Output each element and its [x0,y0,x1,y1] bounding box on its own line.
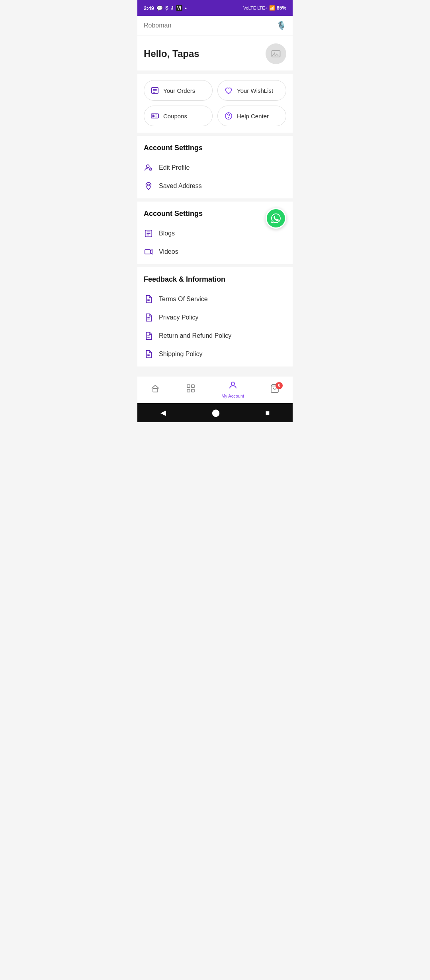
shipping-label: Shipping Policy [159,351,202,358]
spacer [137,370,293,376]
blogs-item[interactable]: Blogs [144,224,286,243]
account-icon [228,380,238,392]
location-icon [144,182,153,190]
categories-icon [186,384,195,396]
svg-rect-30 [187,385,190,388]
svg-point-34 [231,382,235,385]
privacy-item[interactable]: Privacy Policy [144,308,286,327]
svg-point-13 [147,165,149,168]
terms-label: Terms Of Service [159,296,208,303]
account-settings-title: Account Settings [144,144,286,152]
edit-profile-icon [144,163,153,172]
coupons-icon [150,112,159,120]
status-bar-right: VoLTE LTE+ 📶 85% [243,5,286,11]
videos-item[interactable]: Videos [144,243,286,261]
svg-point-7 [152,115,153,116]
vi-icon: VI [176,5,182,11]
edit-profile-item[interactable]: Edit Profile [144,159,286,177]
svg-rect-32 [187,389,190,392]
wishlist-button[interactable]: Your WishList [217,80,286,101]
svg-rect-6 [151,114,158,118]
shipping-icon [144,350,153,359]
nav-home[interactable] [150,384,160,396]
chat-icon: 💬 [156,5,163,11]
svg-point-12 [228,118,229,118]
nav-categories[interactable] [186,384,195,396]
main-content: Hello, Tapas Your Orders [137,35,293,376]
refund-label: Return and Refund Policy [159,332,231,339]
wishlist-icon [224,86,233,95]
refund-icon [144,331,153,340]
j-icon: J [171,5,174,11]
home-button[interactable]: ⬤ [212,408,220,417]
status-bar: 2:49 💬 Ș J VI • VoLTE LTE+ 📶 85% [137,0,293,16]
bottom-nav: My Account 0 [137,376,293,403]
your-orders-button[interactable]: Your Orders [144,80,213,101]
terms-icon [144,295,153,304]
saved-address-item[interactable]: Saved Address [144,177,286,195]
status-bar-left: 2:49 💬 Ș J VI • [144,5,187,11]
videos-label: Videos [159,248,178,255]
content-section: Account Settings Blogs Videos [137,202,293,264]
feedback-title: Feedback & Information [144,275,286,284]
android-nav-bar: ◀ ⬤ ■ [137,403,293,422]
cart-icon-wrap: 0 [270,384,280,396]
privacy-label: Privacy Policy [159,314,199,321]
s-icon: Ș [165,5,168,11]
mic-icon[interactable]: 🎙️ [276,21,286,30]
orders-label: Your Orders [163,87,195,94]
nav-account-label: My Account [221,394,244,398]
help-label: Help Center [237,113,269,120]
svg-point-8 [152,116,153,117]
saved-address-label: Saved Address [159,182,202,190]
svg-rect-31 [192,385,194,388]
privacy-icon [144,313,153,322]
refund-item[interactable]: Return and Refund Policy [144,327,286,345]
svg-point-15 [148,184,150,186]
recents-button[interactable]: ■ [266,409,270,417]
search-bar: 🎙️ [137,16,293,35]
account-settings-section: Account Settings Edit Profile Sav [137,136,293,198]
edit-profile-label: Edit Profile [159,164,190,171]
back-button[interactable]: ◀ [160,408,166,417]
greeting-text: Hello, Tapas [144,48,199,59]
svg-rect-0 [272,51,280,57]
avatar[interactable] [266,43,286,64]
quick-actions: Your Orders Your WishList [137,74,293,133]
shipping-item[interactable]: Shipping Policy [144,345,286,363]
time-display: 2:49 [144,5,154,11]
home-icon [150,384,160,396]
search-input[interactable] [144,22,276,29]
nav-my-account[interactable]: My Account [221,380,244,398]
svg-rect-29 [153,388,158,392]
nav-cart[interactable]: 0 [270,384,280,396]
dot-icon: • [185,5,187,11]
signal-icon: VoLTE LTE+ [243,6,268,10]
blogs-icon [144,229,153,238]
help-icon [224,112,233,120]
svg-rect-33 [192,389,194,392]
content-section-title: Account Settings [144,210,286,218]
cart-badge: 0 [276,382,283,389]
blogs-label: Blogs [159,230,175,237]
wishlist-label: Your WishList [237,87,273,94]
orders-icon [150,86,159,95]
terms-item[interactable]: Terms Of Service [144,290,286,308]
battery-display: 85% [277,5,286,11]
coupons-label: Coupons [163,113,187,120]
hello-section: Hello, Tapas [137,35,293,71]
help-center-button[interactable]: Help Center [217,106,286,126]
feedback-section: Feedback & Information Terms Of Service [137,267,293,367]
coupons-button[interactable]: Coupons [144,106,213,126]
whatsapp-button[interactable] [266,208,286,229]
svg-rect-20 [145,250,150,254]
videos-icon [144,247,153,256]
svg-point-1 [274,53,275,54]
wifi-icon: 📶 [269,5,275,11]
